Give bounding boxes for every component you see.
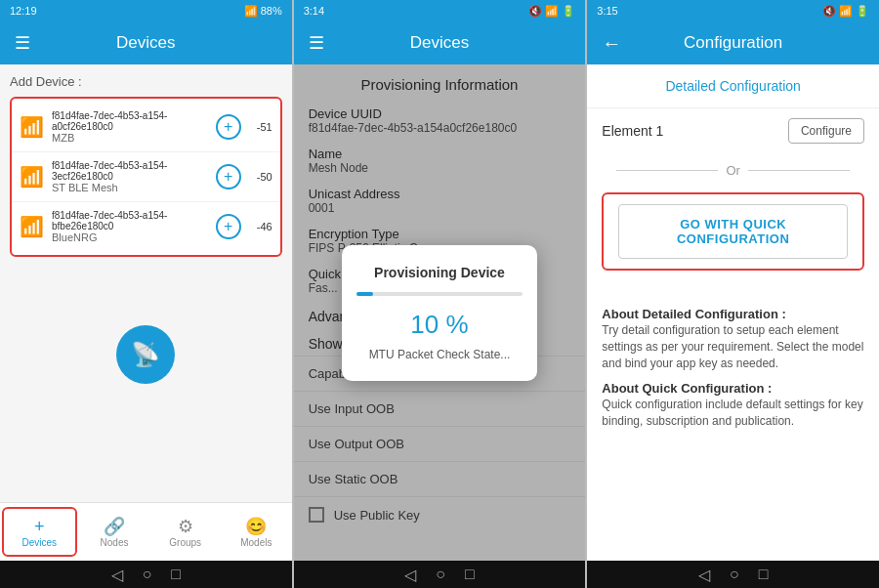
device-id-3: f81d4fae-7dec-4b53-a154-bfbe26e180c0 [52,210,210,231]
status-icons-1: 📶 88% [244,5,282,18]
about-quick-title: About Quick Configuration : [602,381,772,396]
nav-title-2: Devices [410,33,469,53]
devices-nav-label: Devices [22,537,58,548]
device-list: 📶 f81d4fae-7dec-4b53-a154-a0cf26e180c0 M… [10,97,282,257]
element-row: Element 1 Configure [587,107,879,153]
nav-title-3: Configuration [684,33,782,53]
back-btn-3[interactable]: ◁ [698,566,710,584]
about-detailed-text: Try detail configuration to setup each e… [602,322,864,371]
groups-nav-icon: ⚙ [178,516,193,537]
list-item: 📶 f81d4fae-7dec-4b53-a154-3ecf26e180c0 S… [12,152,280,202]
nav-bar-1: ☰ Devices [0,21,292,64]
home-bar-3: ◁ ○ □ [587,561,879,588]
models-nav-icon: 😊 [245,516,267,537]
list-item: 📶 f81d4fae-7dec-4b53-a154-bfbe26e180c0 B… [12,202,280,251]
provisioning-dialog: Provisioning Device 10 % MTU Packet Chec… [342,245,537,381]
wifi-icon-2: 📶 [20,165,44,189]
device-info-3: f81d4fae-7dec-4b53-a154-bfbe26e180c0 Blu… [52,210,210,243]
dialog-title: Provisioning Device [356,265,523,280]
bottom-nav: + Devices 🔗 Nodes ⚙ Groups 😊 Models [0,502,292,561]
nav-nodes[interactable]: 🔗 Nodes [79,503,150,561]
screen-provisioning: 3:14 🔇 📶 🔋 ☰ Devices Provisioning Inform… [294,0,586,588]
recents-btn-2[interactable]: □ [465,566,475,583]
device-signal-1: -51 [247,121,272,133]
about-quick-text: Quick configuration include default sett… [602,397,864,430]
add-device-btn-2[interactable]: + [216,164,241,189]
nodes-nav-icon: 🔗 [104,516,125,537]
home-btn-1[interactable]: ○ [143,566,152,583]
home-btn-2[interactable]: ○ [436,566,445,583]
list-item: 📶 f81d4fae-7dec-4b53-a154-a0cf26e180c0 M… [12,103,280,152]
home-bar-1: ◁ ○ □ [0,561,292,588]
wifi-icon-3: 📶 [20,215,44,238]
device-info-2: f81d4fae-7dec-4b53-a154-3ecf26e180c0 ST … [52,160,210,193]
status-bar-2: 3:14 🔇 📶 🔋 [294,0,586,21]
devices-nav-icon: + [34,517,45,537]
nav-bar-2: ☰ Devices [294,21,586,64]
device-name-2: ST BLE Mesh [52,182,210,193]
wifi-icon-1: 📶 [20,115,44,139]
quick-config-container: GO WITH QUICK CONFIGURATION [602,192,864,271]
device-name-1: MZB [52,132,210,144]
recents-btn-1[interactable]: □ [171,566,181,583]
nav-devices[interactable]: + Devices [2,507,77,557]
nav-title-1: Devices [116,33,175,53]
config-content: Detailed Configuration Element 1 Configu… [587,64,879,561]
status-icons-3: 🔇 📶 🔋 [822,5,869,18]
device-signal-2: -50 [247,171,272,183]
back-btn-2[interactable]: ◁ [404,566,416,584]
about-section: About Detailed Configuration : Try detai… [587,290,879,452]
device-signal-3: -46 [247,221,272,232]
progress-bar-container [356,292,523,296]
status-bar-3: 3:15 🔇 📶 🔋 [587,0,879,21]
status-bar-1: 12:19 📶 88% [0,0,292,21]
device-id-1: f81d4fae-7dec-4b53-a154-a0cf26e180c0 [52,110,210,132]
add-device-btn-1[interactable]: + [216,114,241,140]
bluetooth-icon: 📡 [116,325,175,384]
nav-bar-3: ← Configuration [587,21,879,64]
detailed-config-link[interactable]: Detailed Configuration [587,64,879,107]
menu-icon[interactable]: ☰ [15,32,30,54]
configure-button[interactable]: Configure [788,118,864,144]
time-2: 3:14 [304,5,324,17]
home-bar-2: ◁ ○ □ [294,561,586,588]
status-icons-2: 🔇 📶 🔋 [528,5,575,18]
back-icon[interactable]: ← [602,32,621,55]
screen-configuration: 3:15 🔇 📶 🔋 ← Configuration Detailed Conf… [587,0,879,588]
time-3: 3:15 [597,5,617,17]
add-device-btn-3[interactable]: + [216,214,241,239]
groups-nav-label: Groups [169,537,201,548]
time-1: 12:19 [10,5,37,17]
models-nav-label: Models [240,537,272,548]
back-btn-1[interactable]: ◁ [111,566,123,584]
or-divider: Or [587,153,879,188]
nav-groups[interactable]: ⚙ Groups [149,503,221,561]
dialog-status: MTU Packet Check State... [356,348,523,361]
nodes-nav-label: Nodes [101,537,129,548]
device-id-2: f81d4fae-7dec-4b53-a154-3ecf26e180c0 [52,160,210,182]
about-detailed-title: About Detailed Configuration : [602,307,785,321]
nav-models[interactable]: 😊 Models [221,503,292,561]
provisioning-dialog-overlay: Provisioning Device 10 % MTU Packet Chec… [294,64,586,561]
element-label: Element 1 [602,123,788,139]
progress-bar-fill [356,292,373,296]
device-name-3: BlueNRG [52,231,210,243]
provisioning-content: Provisioning Information Device UUID f81… [294,64,586,561]
recents-btn-3[interactable]: □ [759,566,769,583]
or-label: Or [726,163,739,178]
device-info-1: f81d4fae-7dec-4b53-a154-a0cf26e180c0 MZB [52,110,210,144]
add-device-label: Add Device : [10,74,282,89]
screen-devices: 12:19 📶 88% ☰ Devices Add Device : 📶 f81… [0,0,292,588]
home-btn-3[interactable]: ○ [730,566,739,583]
dialog-percent: 10 % [356,310,523,340]
devices-content: Add Device : 📶 f81d4fae-7dec-4b53-a154-a… [0,64,292,502]
quick-config-button[interactable]: GO WITH QUICK CONFIGURATION [618,204,848,259]
menu-icon-2[interactable]: ☰ [309,32,324,54]
